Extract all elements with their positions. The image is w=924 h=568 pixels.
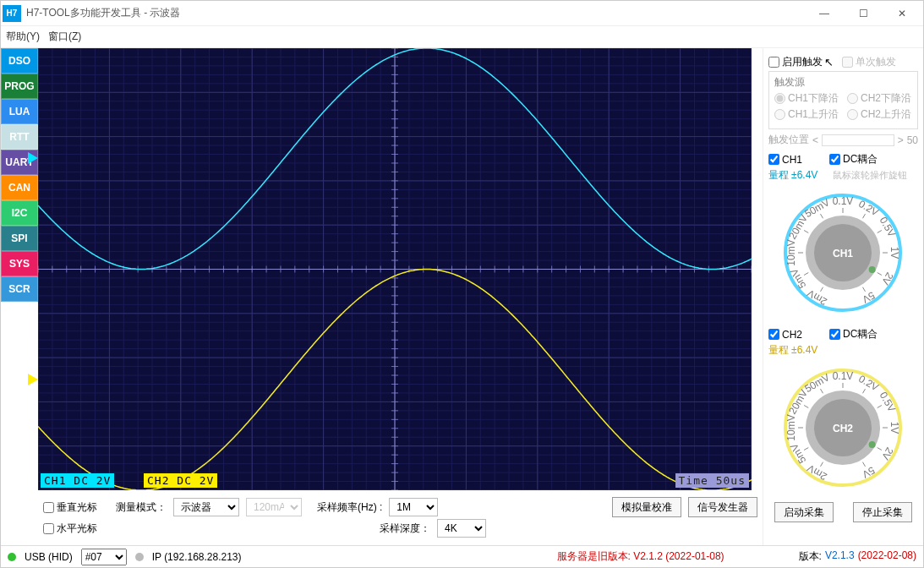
- svg-text:1V: 1V: [888, 247, 900, 259]
- cursor-icon: ↖: [824, 56, 834, 68]
- trig-ch2-rising[interactable]: CH2上升沿: [847, 107, 911, 122]
- meas-mode-select[interactable]: 示波器: [173, 498, 239, 516]
- wheel-hint: 鼠标滚轮操作旋钮: [833, 169, 907, 182]
- stop-acq-button[interactable]: 停止采集: [853, 502, 912, 522]
- server-old-warning: 服务器是旧版本: V2.1.2 (2022-01-08): [557, 549, 724, 564]
- svg-text:10mV: 10mV: [785, 239, 797, 265]
- close-button[interactable]: ✕: [883, 1, 921, 26]
- trigger-pos-right-icon[interactable]: >: [898, 134, 904, 146]
- ch1-range-label: 量程 ±6.4V: [768, 168, 817, 183]
- ch2-enable-checkbox[interactable]: CH2: [768, 329, 802, 341]
- app-logo: H7: [3, 5, 21, 22]
- trigger-pos-value: 50: [907, 134, 918, 146]
- ch1-range-dial[interactable]: CH12mV5mV10mV20mV50mV0.1V0.2V0.5V1V2V5V: [778, 188, 909, 319]
- current-range-select[interactable]: 120mA: [246, 498, 302, 516]
- ch1-enable-checkbox[interactable]: CH1: [768, 154, 802, 166]
- sample-depth-select[interactable]: 4K: [437, 519, 486, 538]
- rail-dso[interactable]: DSO: [1, 48, 38, 74]
- ch1-scale-label: CH1 DC 2V: [41, 473, 114, 488]
- rail-spi[interactable]: SPI: [1, 226, 38, 251]
- ch2-range-label: 量程 ±6.4V: [768, 343, 817, 358]
- start-acq-button[interactable]: 启动采集: [774, 502, 834, 522]
- timebase-label: Time 50us: [675, 473, 749, 488]
- ch1-dc-coupling-checkbox[interactable]: DC耦合: [829, 152, 878, 167]
- horizontal-cursor-checkbox[interactable]: 水平光标: [43, 522, 97, 536]
- left-rail: DSO PROG LUA RTT UART CAN I2C SPI SYS SC…: [1, 48, 38, 545]
- svg-text:CH1: CH1: [833, 248, 853, 259]
- menu-window[interactable]: 窗口(Z): [48, 30, 81, 44]
- rail-prog[interactable]: PROG: [1, 74, 38, 99]
- window-title: H7-TOOL多功能开发工具 - 示波器: [26, 6, 805, 20]
- ch1-zero-marker[interactable]: [28, 152, 38, 164]
- analog-cal-button[interactable]: 模拟量校准: [612, 497, 681, 517]
- ch1-dc-label: DC耦合: [843, 152, 878, 167]
- sample-rate-label: 采样频率(Hz) :: [317, 500, 382, 515]
- device-select[interactable]: #07: [81, 549, 127, 565]
- enable-trigger-checkbox[interactable]: 启用触发: [768, 55, 823, 69]
- meas-mode-label: 测量模式：: [116, 500, 167, 515]
- rail-sys[interactable]: SYS: [1, 251, 38, 276]
- trigger-source-group: 触发源 CH1下降沿 CH2下降沿 CH1上升沿 CH2上升沿: [768, 71, 918, 129]
- sample-rate-select[interactable]: 1M: [389, 498, 438, 516]
- vertical-cursor-label: 垂直光标: [57, 500, 97, 515]
- usb-led-icon: [8, 553, 16, 561]
- trig-ch2-falling[interactable]: CH2下降沿: [847, 91, 911, 106]
- titlebar: H7 H7-TOOL多功能开发工具 - 示波器 — ☐ ✕: [1, 1, 923, 26]
- version-number: V2.1.3: [825, 549, 855, 564]
- ch2-name: CH2: [782, 329, 802, 341]
- statusbar: USB (HID) #07 IP (192.168.28.213) 服务器是旧版…: [1, 545, 923, 567]
- minimize-button[interactable]: —: [805, 1, 844, 26]
- svg-text:0.1V: 0.1V: [833, 195, 854, 207]
- trig-ch1-falling[interactable]: CH1下降沿: [774, 91, 839, 106]
- trigger-pos-left-icon[interactable]: <: [812, 134, 818, 146]
- vertical-cursor-checkbox[interactable]: 垂直光标: [43, 500, 97, 515]
- svg-text:1V: 1V: [888, 422, 900, 434]
- svg-point-281: [869, 441, 876, 448]
- ch2-zero-marker[interactable]: [28, 374, 38, 385]
- version-prefix: 版本:: [799, 549, 822, 564]
- rail-rtt[interactable]: RTT: [1, 124, 38, 150]
- svg-text:0.1V: 0.1V: [833, 370, 854, 382]
- trigger-pos-slider[interactable]: [822, 134, 894, 146]
- version-date: (2022-02-08): [858, 549, 916, 564]
- rail-can[interactable]: CAN: [1, 175, 38, 200]
- enable-trigger-label: 启用触发: [782, 55, 823, 69]
- ch2-scale-label: CH2 DC 2V: [144, 473, 217, 488]
- menu-help[interactable]: 帮助(Y): [6, 30, 40, 44]
- ch1-name: CH1: [782, 154, 802, 166]
- trigger-pos-label: 触发位置: [768, 133, 809, 147]
- single-trigger-checkbox[interactable]: 单次触发: [842, 55, 896, 69]
- ch2-range-dial[interactable]: CH22mV5mV10mV20mV50mV0.1V0.2V0.5V1V2V5V: [778, 363, 909, 494]
- bottom-controls: 垂直光标 测量模式： 示波器 120mA 采样频率(Hz) : 1M 模拟量校准…: [38, 490, 763, 519]
- svg-text:CH2: CH2: [833, 423, 853, 434]
- right-panel: 启用触发 ↖ 单次触发 触发源 CH1下降沿 CH2下降沿 CH1上升沿 CH2…: [763, 48, 923, 545]
- usb-status: USB (HID): [25, 551, 73, 563]
- svg-text:10mV: 10mV: [785, 414, 797, 440]
- svg-point-254: [869, 266, 876, 273]
- single-trigger-label: 单次触发: [856, 55, 896, 69]
- rail-scr[interactable]: SCR: [1, 276, 38, 302]
- trig-ch1-rising[interactable]: CH1上升沿: [774, 107, 839, 122]
- rail-i2c[interactable]: I2C: [1, 200, 38, 226]
- oscilloscope-display[interactable]: CH1 DC 2V CH2 DC 2V Time 50us: [38, 48, 752, 490]
- signal-gen-button[interactable]: 信号发生器: [688, 497, 757, 517]
- sample-depth-label: 采样深度：: [380, 522, 430, 536]
- menubar: 帮助(Y) 窗口(Z): [1, 26, 923, 48]
- trigger-source-title: 触发源: [774, 75, 912, 90]
- maximize-button[interactable]: ☐: [844, 1, 883, 26]
- ch2-dc-coupling-checkbox[interactable]: DC耦合: [829, 327, 878, 341]
- horizontal-cursor-label: 水平光标: [57, 522, 97, 536]
- rail-lua[interactable]: LUA: [1, 99, 38, 124]
- ch2-dc-label: DC耦合: [843, 327, 878, 341]
- ip-led-icon: [135, 553, 144, 561]
- ip-status: IP (192.168.28.213): [152, 551, 242, 563]
